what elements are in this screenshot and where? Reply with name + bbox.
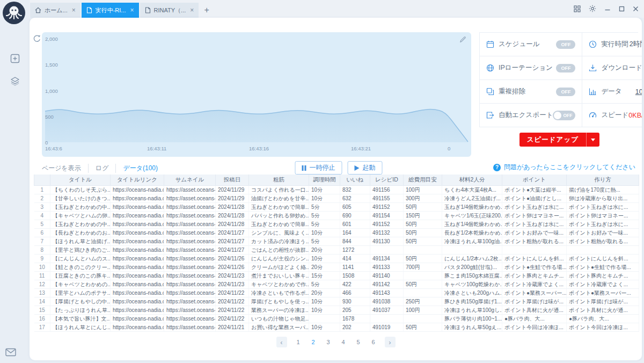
edit-icon[interactable] <box>459 36 466 45</box>
cell: 491156 <box>370 185 404 194</box>
refresh-button[interactable] <box>32 34 42 44</box>
cell: ポイント豚肉とキムチ... <box>567 271 639 280</box>
layers-icon[interactable] <box>9 75 21 87</box>
table-row[interactable]: 9【にんじんとハムのス...https://oceans-nadia.co...… <box>34 254 639 263</box>
column-header[interactable]: 作り方 <box>567 175 639 185</box>
cell: 491154 <box>370 211 404 220</box>
status-label: ダウンロード <box>601 63 642 72</box>
next-page-button[interactable]: › <box>385 337 396 347</box>
table-row[interactable]: 7【ほうれん草と油揚げ...https://oceans-nadia.co...… <box>34 237 639 245</box>
column-header[interactable]: タイトル <box>50 175 111 185</box>
column-header[interactable]: タイトルリンク <box>111 175 164 185</box>
window-tab[interactable]: RINATY（...× <box>140 3 199 18</box>
cell: にんじん1/2本ハム2枚... <box>442 254 502 263</box>
table-row[interactable]: 17【ほうれん草とにんじ...https://oceans-nadia.co..… <box>34 323 639 331</box>
table-row[interactable]: 8【里芋と鶏ひき肉のご...https://oceans-nadia.co...… <box>34 245 639 254</box>
page-number[interactable]: 6 <box>370 339 377 345</box>
cell: 164 <box>340 228 370 237</box>
window-tab[interactable]: 実行中-RI...× <box>82 3 139 18</box>
speedup-button[interactable]: スピードアップ <box>519 133 599 147</box>
maximize-icon[interactable] <box>619 6 625 12</box>
mail-icon[interactable] <box>5 348 16 359</box>
page-number[interactable]: 4 <box>340 339 347 345</box>
minimize-icon[interactable] <box>604 5 611 12</box>
table-row[interactable]: 4【キャベツとハムの卵...https://oceans-nadia.co...… <box>34 211 639 220</box>
view-tab[interactable]: データ(100) <box>115 164 158 173</box>
column-header[interactable]: サムネイル <box>164 175 216 185</box>
table-row[interactable]: 11【豆腐ときのこの豚キ...https://oceans-nadia.co..… <box>34 271 639 280</box>
pause-button[interactable]: 一時停止 <box>295 161 342 175</box>
chevron-down-icon[interactable] <box>586 133 599 147</box>
column-header[interactable]: レシピID <box>370 175 404 185</box>
column-header[interactable]: 調理時間 <box>309 175 340 185</box>
table-row[interactable]: 1【ちくわのしそ天ぷら...https://oceans-nadia.co...… <box>34 185 639 194</box>
window-tab[interactable]: ホーム...× <box>30 3 80 18</box>
column-header[interactable]: 粗筋 <box>249 175 309 185</box>
cell: 冷凍ほうれん草100g油... <box>442 237 502 245</box>
cell: https://asset.oceans-na... <box>164 323 216 331</box>
cell: 50円 <box>404 202 442 211</box>
status-item-data: データ100 <box>582 80 642 104</box>
x-axis-tick: 16:43:6 <box>45 146 62 151</box>
close-icon[interactable]: × <box>129 6 134 14</box>
table-row[interactable]: 2【甘辛しいたけのきつ...https://oceans-nadia.co...… <box>34 194 639 202</box>
question-icon: ? <box>493 164 501 171</box>
toggle-auto-export[interactable]: OFF <box>553 111 575 120</box>
calendar-icon <box>486 40 494 48</box>
x-axis-tick: 16:43:16 <box>249 146 269 151</box>
column-header[interactable]: 投稿日 <box>216 175 249 185</box>
cell: 2024/11/29 <box>216 194 249 202</box>
table-row[interactable]: 10【鮭ときのこのクリー...https://oceans-nadia.co..… <box>34 263 639 271</box>
new-task-icon[interactable] <box>9 53 21 64</box>
column-header[interactable] <box>34 175 50 185</box>
cell: https://oceans-nadia.co... <box>111 228 164 237</box>
table-row[interactable]: 15【たっぷりほうれん草...https://oceans-nadia.co..… <box>34 306 639 314</box>
toggle-dedupe[interactable]: OFF <box>556 88 575 96</box>
page-number[interactable]: 3 <box>325 339 332 345</box>
toggle-ip-rotation[interactable]: OFF <box>556 64 575 72</box>
new-tab-button[interactable]: + <box>200 3 214 18</box>
page-number[interactable]: 2 <box>310 339 317 345</box>
table-row[interactable]: 14【厚揚げともやしの中...https://oceans-nadia.co..… <box>34 297 639 306</box>
help-link[interactable]: ? 問題があったらここをクリックしてください <box>493 163 635 172</box>
row-index: 7 <box>34 237 50 245</box>
home-icon <box>35 7 41 13</box>
cell: ポイントにんじんを斜... <box>502 254 567 263</box>
table-row[interactable]: 3【玉ねぎとわかめの中...https://oceans-nadia.co...… <box>34 202 639 211</box>
prev-page-button[interactable]: ‹ <box>276 337 287 347</box>
cell: 10分 <box>309 306 340 314</box>
cell: 205 <box>340 306 370 314</box>
start-button[interactable]: 起動 <box>348 161 383 175</box>
page-number[interactable]: 5 <box>355 339 362 345</box>
view-tab[interactable]: ログ <box>88 164 109 173</box>
page-number[interactable]: 1 <box>295 339 302 345</box>
column-header[interactable]: いいね <box>340 175 370 185</box>
view-tab[interactable]: ページを表示 <box>42 164 81 173</box>
toggle-schedule[interactable]: OFF <box>556 40 575 49</box>
column-header[interactable]: 総費用目安 <box>404 175 442 185</box>
close-icon[interactable]: × <box>189 6 194 14</box>
close-icon[interactable] <box>633 6 639 12</box>
settings-gear-icon[interactable] <box>589 5 596 12</box>
status-label: 実行時間 <box>601 40 628 49</box>
cell: 491140 <box>370 271 404 280</box>
cell <box>370 314 404 323</box>
cell: 100円 <box>404 306 442 314</box>
table-row[interactable]: 6【長ねぎとわかめのお...https://oceans-nadia.co...… <box>34 228 639 237</box>
cell: キャベツ1/6玉(正味200... <box>442 211 502 220</box>
cell: キャベツ100g乾燥わか... <box>442 280 502 288</box>
table-row[interactable]: 13【里芋とハムのポテサ...https://oceans-nadia.co..… <box>34 288 639 297</box>
cell: 491130 <box>370 237 404 245</box>
column-header[interactable]: ポイント <box>502 175 567 185</box>
row-index: 2 <box>34 194 50 202</box>
table-row[interactable]: 12【キャベツとわかめの...https://oceans-nadia.co..… <box>34 280 639 288</box>
close-icon[interactable]: × <box>71 6 76 14</box>
table-row[interactable]: 5【玉ねぎとわかめの中...https://oceans-nadia.co...… <box>34 220 639 228</box>
apps-grid-icon[interactable] <box>574 5 581 12</box>
cell: https://asset.oceans-na... <box>164 263 216 271</box>
status-value-data[interactable]: 100 <box>635 88 642 96</box>
table-row[interactable]: 16【本気で旨い豚汁】文...https://oceans-nadia.co..… <box>34 314 639 323</box>
cell: https://oceans-nadia.co... <box>111 314 164 323</box>
column-header[interactable]: 材料2人分 <box>442 175 502 185</box>
cell: 2024/11/22 <box>216 314 249 323</box>
